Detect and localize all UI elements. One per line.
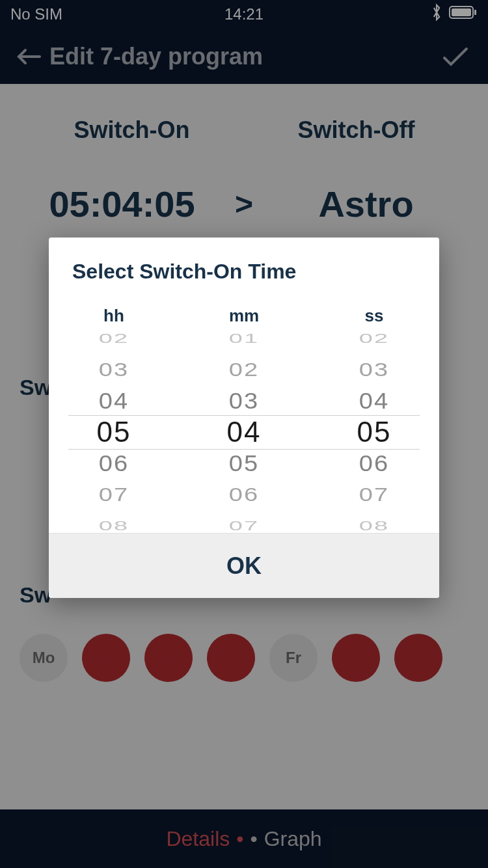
- picker-label-mm: mm: [179, 306, 309, 326]
- picker-col-mm[interactable]: 00 01 02 03 04 05 06 07 08: [179, 331, 309, 533]
- picker-item: 02: [229, 357, 259, 382]
- picker-item-selected: 05: [357, 416, 392, 448]
- dialog-title: Select Switch-On Time: [49, 237, 439, 297]
- picker-item: 02: [99, 331, 129, 347]
- picker-item: 06: [229, 482, 259, 507]
- picker-item-selected: 05: [97, 416, 131, 448]
- picker-item: 07: [229, 517, 259, 533]
- picker-item: 04: [359, 387, 389, 415]
- picker-item: 06: [359, 449, 389, 478]
- picker-item: 06: [99, 449, 129, 478]
- picker-item: 03: [99, 357, 129, 382]
- picker-body: 01 02 03 04 05 06 07 08 09 00 01 02 03 0…: [49, 331, 439, 533]
- picker-label-ss: ss: [309, 306, 439, 326]
- picker-item-selected: 04: [227, 416, 262, 448]
- picker-item: 07: [359, 482, 389, 507]
- picker-item: 08: [99, 517, 129, 533]
- picker-item: 07: [99, 482, 129, 507]
- picker-label-hh: hh: [49, 306, 179, 326]
- picker-item: 03: [229, 387, 259, 415]
- picker-col-hh[interactable]: 01 02 03 04 05 06 07 08 09: [49, 331, 179, 533]
- picker-item: 01: [229, 331, 259, 347]
- picker-item: 08: [359, 517, 389, 533]
- picker-item: 03: [359, 357, 389, 382]
- picker-col-ss[interactable]: 01 02 03 04 05 06 07 08 09: [309, 331, 439, 533]
- time-picker-dialog: Select Switch-On Time hh mm ss 01 02 03 …: [49, 237, 439, 598]
- picker-item: 04: [99, 387, 129, 415]
- ok-button[interactable]: OK: [49, 533, 439, 598]
- picker-item: 02: [359, 331, 389, 347]
- picker-item: 05: [229, 449, 259, 478]
